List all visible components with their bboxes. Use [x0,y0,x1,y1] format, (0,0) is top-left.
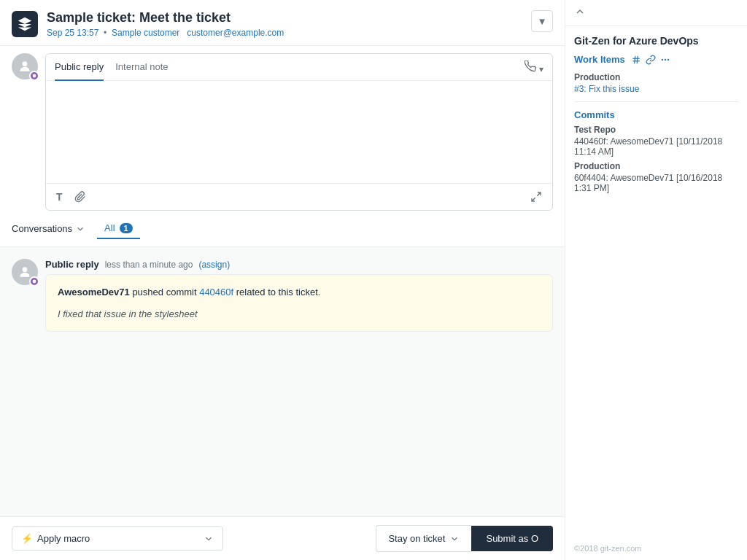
svg-point-1 [33,74,36,78]
feed-bubble: AwesomeDev71 pushed commit 440460f relat… [45,274,553,332]
macro-label: Apply macro [37,533,199,544]
attach-button[interactable] [71,188,89,206]
commit-message: I fixed that issue in the stylesheet [58,307,541,322]
avatar-badge [29,71,39,81]
commits-link[interactable]: Commits [574,109,738,120]
lightning-icon: ⚡ [21,533,33,544]
bottom-bar: ⚡ Apply macro Stay on ticket Submit as O [0,516,565,560]
commit-action: pushed commit [132,287,199,298]
work-items-hash-button[interactable] [631,55,641,67]
apply-macro-button[interactable]: ⚡ Apply macro [12,526,223,551]
svg-point-3 [33,280,36,284]
commits-repo2-detail: 60f4404: AwesomeDev71 [10/16/2018 1:31 P… [574,173,738,193]
reply-input[interactable] [46,81,552,183]
reply-box: Public reply Internal note ▾ T [45,53,553,211]
svg-point-0 [23,61,28,66]
commits-section: Commits Test Repo 440460f: AwesomeDev71 … [574,109,738,193]
work-items-sub1-item[interactable]: #3: Fix this issue [574,84,738,94]
ticket-title: Sample ticket: Meet the ticket [47,10,284,26]
feed-header: Public reply less than a minute ago (ass… [45,259,553,270]
svg-point-9 [667,59,668,60]
panel-title: Git-Zen for Azure DevOps [574,35,738,47]
text-icon: T [56,191,63,203]
feed-label: Public reply [45,259,99,270]
svg-point-10 [662,59,662,60]
app-logo [12,11,38,37]
expand-button[interactable] [527,188,545,206]
chevron-down-icon: ▼ [537,16,546,27]
right-panel-content: Git-Zen for Azure DevOps Work Items Prod… [565,26,747,537]
tab-all-label: All [104,222,115,233]
collapse-panel-button[interactable] [574,6,586,20]
text-format-button[interactable]: T [53,188,66,206]
all-badge: 1 [120,223,133,233]
submit-button[interactable]: Submit as O [471,526,553,551]
chevron-up-icon [574,6,586,18]
right-panel-header [565,0,747,26]
feed-item: Public reply less than a minute ago (ass… [12,259,553,332]
stay-chevron-icon [449,534,460,544]
work-items-link[interactable]: Work Items [574,54,625,65]
macro-chevron-icon [204,534,214,544]
conversations-chevron-icon [75,224,85,234]
header-chevron-button[interactable]: ▼ [531,10,553,32]
reply-area: Public reply Internal note ▾ T [0,46,565,211]
tab-internal-note[interactable]: Internal note [115,54,168,81]
conversations-dropdown[interactable]: Conversations [12,223,85,234]
svg-point-2 [23,267,28,272]
feed-assign-link[interactable]: (assign) [198,260,230,270]
commits-repo2-label: Production [574,161,738,171]
commit-link[interactable]: 440460f [199,287,233,298]
right-panel: Git-Zen for Azure DevOps Work Items Prod… [565,0,747,560]
work-items-link-button[interactable] [646,55,656,67]
work-items-more-button[interactable] [660,55,670,67]
avatar [12,53,38,79]
reply-toolbar: T [46,183,552,210]
stay-label: Stay on ticket [388,533,445,544]
phone-chevron: ▾ [539,64,543,74]
ticket-date: Sep 25 13:57 [47,28,98,38]
commits-repo1-detail: 440460f: AwesomeDev71 [10/11/2018 11:14 … [574,136,738,157]
commits-repo1-label: Test Repo [574,125,738,135]
conversations-bar: Conversations All 1 [0,211,565,247]
feed-content: Public reply less than a minute ago (ass… [45,259,553,332]
feed-text: AwesomeDev71 pushed commit 440460f relat… [58,285,541,300]
ticket-meta: Sep 25 13:57 • Sample customer customer@… [47,28,284,38]
feed: Public reply less than a minute ago (ass… [0,247,565,516]
work-items-actions [631,55,670,67]
svg-line-7 [637,56,638,64]
svg-line-6 [635,56,635,64]
phone-icon[interactable]: ▾ [525,61,543,74]
reply-tabs: Public reply Internal note ▾ [46,54,552,81]
ticket-header: Sample ticket: Meet the ticket Sep 25 13… [0,0,565,46]
feed-time: less than a minute ago [105,260,193,270]
commit-suffix: related to this ticket. [236,287,321,298]
work-items-section: Work Items [574,54,738,68]
customer-email: customer@example.com [187,28,284,38]
work-items-sub1-label: Production [574,72,738,82]
tab-all[interactable]: All 1 [97,218,140,239]
conversations-label: Conversations [12,223,72,234]
tab-public-reply[interactable]: Public reply [55,54,104,81]
section-divider [574,101,738,102]
panel-footer: ©2018 git-zen.com [565,537,747,560]
svg-point-8 [665,59,665,60]
stay-on-ticket-button[interactable]: Stay on ticket [376,525,471,552]
feed-avatar-badge [29,276,39,287]
bottom-right: Stay on ticket Submit as O [376,525,553,552]
commit-author: AwesomeDev71 [58,287,130,298]
customer-name-link[interactable]: Sample customer [112,28,179,38]
feed-avatar [12,259,38,285]
